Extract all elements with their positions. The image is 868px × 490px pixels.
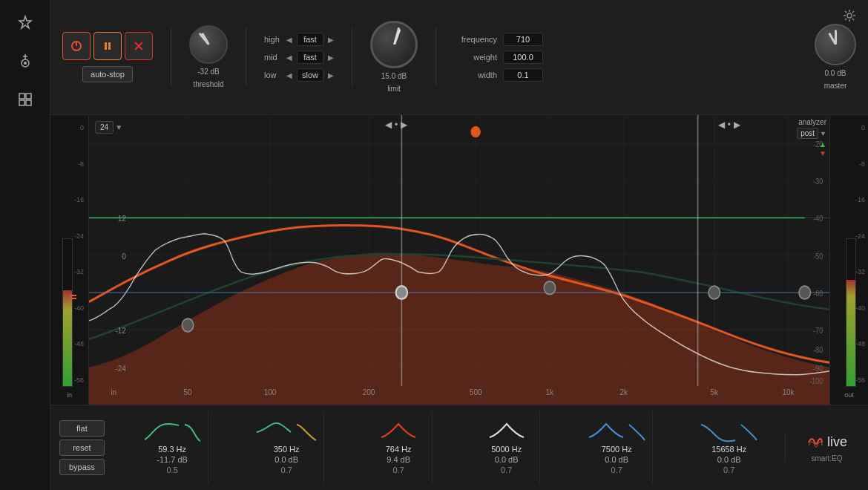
speed-row-mid: mid ◀ fast ▶ <box>264 50 334 64</box>
limit-group: 15.0 dB limit <box>370 21 418 94</box>
high-value: fast <box>297 33 323 46</box>
logo-sub: smart:EQ <box>811 454 842 463</box>
stop-button[interactable] <box>125 32 153 60</box>
svg-point-47 <box>799 286 811 299</box>
master-knob[interactable] <box>815 24 856 65</box>
left-meter-bar <box>62 238 73 387</box>
band-1-curve <box>143 421 202 443</box>
svg-text:-30: -30 <box>813 177 823 186</box>
band-5-curve <box>588 421 646 443</box>
threshold-knob[interactable] <box>189 25 228 64</box>
flat-button[interactable]: flat <box>59 420 105 437</box>
right-meter-fill <box>846 280 855 386</box>
svg-text:-40: -40 <box>813 215 823 223</box>
nav-left-arrow[interactable]: ◀ <box>385 120 392 130</box>
svg-point-48 <box>471 126 481 137</box>
band-2-freq: 350 Hz <box>274 445 300 454</box>
frequency-label: frequency <box>454 35 497 44</box>
bottom-controls: flat reset bypass 59.3 Hz <box>50 405 868 490</box>
band-5-q: 0.7 <box>611 466 622 474</box>
band-3-q: 0.7 <box>392 466 404 474</box>
width-value[interactable]: 0.1 <box>503 68 543 82</box>
band-6-q: 0.7 <box>723 466 734 474</box>
mid-prev-arrow[interactable]: ◀ <box>286 53 292 62</box>
speed-row-low: low ◀ slow ▶ <box>264 68 334 82</box>
gain-up-arrow[interactable]: ▲ <box>819 140 826 148</box>
svg-rect-7 <box>19 100 24 105</box>
reset-button[interactable]: reset <box>59 440 105 456</box>
nav-right-right-arrow[interactable]: ▶ <box>734 120 740 130</box>
db-label-16: -16 <box>53 196 85 203</box>
band-5-freq: 7500 Hz <box>602 445 632 454</box>
frequency-row: frequency 710 <box>454 33 543 46</box>
svg-text:-60: -60 <box>813 290 823 298</box>
svg-text:100: 100 <box>264 388 277 397</box>
weight-value[interactable]: 100.0 <box>503 50 543 64</box>
bypass-button[interactable]: bypass <box>59 459 105 475</box>
svg-text:200: 200 <box>363 388 375 397</box>
svg-text:-12: -12 <box>115 326 125 336</box>
star-icon[interactable] <box>12 9 39 36</box>
band-count[interactable]: 24 <box>95 121 114 134</box>
high-prev-arrow[interactable]: ◀ <box>286 36 292 44</box>
band-4[interactable]: 5000 Hz 0.0 dB 0.7 <box>473 411 540 484</box>
settings-icon[interactable] <box>843 9 856 24</box>
nav-dot[interactable]: • <box>395 120 398 130</box>
svg-point-44 <box>396 286 408 299</box>
mid-next-arrow[interactable]: ▶ <box>328 53 334 62</box>
grid-icon[interactable] <box>12 86 39 113</box>
right-db-8: -8 <box>858 160 865 168</box>
divider-2 <box>246 27 246 87</box>
nav-right-left-arrow[interactable]: ◀ <box>718 120 725 130</box>
band-1[interactable]: 59.3 Hz -11.7 dB 0.5 <box>137 411 208 484</box>
low-next-arrow[interactable]: ▶ <box>328 71 334 79</box>
low-prev-arrow[interactable]: ◀ <box>286 71 292 79</box>
mid-value: fast <box>297 50 323 64</box>
band-2[interactable]: 350 Hz 0.0 dB 0.7 <box>249 411 324 484</box>
width-row: width 0.1 <box>454 68 543 82</box>
gain-down-arrow[interactable]: ▼ <box>819 149 826 157</box>
weight-label: weight <box>454 53 497 62</box>
nav-arrows-left: ◀ • ▶ <box>385 120 407 130</box>
nav-right-arrow[interactable]: ▶ <box>401 120 407 130</box>
band-selector[interactable]: 24 ▼ <box>95 121 122 134</box>
high-next-arrow[interactable]: ▶ <box>328 36 334 44</box>
band-3[interactable]: 764 Hz 9.4 dB 0.7 <box>366 411 433 484</box>
band-group: 59.3 Hz -11.7 dB 0.5 350 Hz <box>116 411 785 484</box>
speed-row-high: high ◀ fast ▶ <box>264 33 334 46</box>
power-button[interactable] <box>62 32 91 60</box>
analyzer-label: analyzer <box>798 118 826 126</box>
svg-point-46 <box>708 286 720 299</box>
svg-rect-6 <box>26 94 31 99</box>
out-label: out <box>844 391 854 399</box>
right-db-0: 0 <box>860 124 865 131</box>
limit-knob[interactable] <box>370 21 418 68</box>
band-dropdown-arrow[interactable]: ▼ <box>115 123 122 131</box>
mid-label: mid <box>264 53 282 62</box>
width-label: width <box>454 71 497 79</box>
guitar-icon[interactable] <box>12 48 39 74</box>
frequency-value[interactable]: 710 <box>503 33 543 46</box>
analyzer-value[interactable]: post <box>797 128 818 139</box>
params-group: frequency 710 weight 100.0 width 0.1 <box>454 33 543 82</box>
band-3-curve <box>380 421 417 443</box>
master-group: 0.0 dB master <box>815 24 856 91</box>
divider-3 <box>352 27 352 87</box>
main-area: auto-stop -32 dB threshold high ◀ fast ▶ <box>50 0 868 490</box>
nav-arrows-right: ◀ • ▶ <box>718 120 740 130</box>
transport-buttons <box>62 32 153 60</box>
analyzer-down-arrow[interactable]: ▼ <box>820 130 826 137</box>
threshold-markers <box>70 295 76 299</box>
sidebar <box>0 0 50 490</box>
auto-stop-button[interactable]: auto-stop <box>82 66 133 82</box>
eq-display: 0 -8 -16 -24 -32 -40 -48 -56 <box>50 115 868 405</box>
band-3-freq: 764 Hz <box>386 445 412 454</box>
band-6[interactable]: 15658 Hz 0.0 dB 0.7 <box>694 411 764 484</box>
band-4-curve <box>488 421 525 443</box>
svg-text:500: 500 <box>470 388 482 397</box>
eq-canvas[interactable]: 24 ▼ analyzer post ▼ ▲ ▼ <box>89 115 829 405</box>
nav-right-dot[interactable]: • <box>728 120 731 130</box>
band-5[interactable]: 7500 Hz 0.0 dB 0.7 <box>582 411 653 484</box>
pause-button[interactable] <box>93 32 122 60</box>
band-2-gain: 0.0 dB <box>274 455 298 464</box>
